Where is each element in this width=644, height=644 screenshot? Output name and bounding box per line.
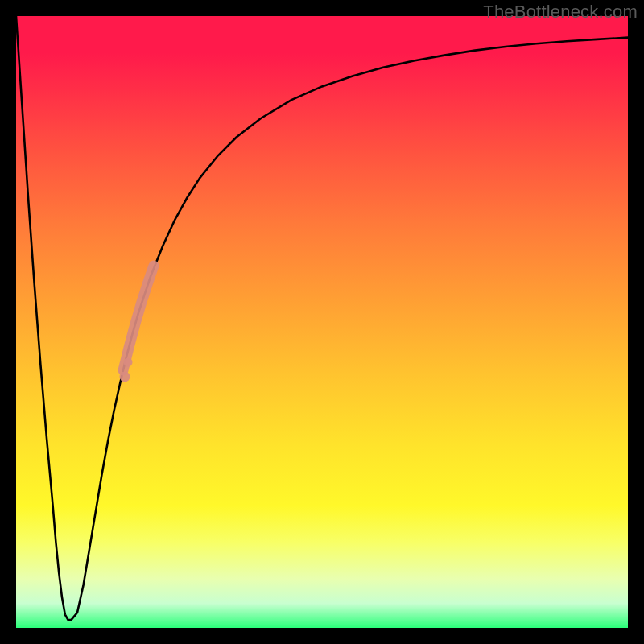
watermark-text: TheBottleneck.com [483,2,638,23]
chart-frame: TheBottleneck.com [0,0,644,644]
highlight-segment [123,266,154,370]
bottleneck-curve [16,16,628,620]
plot-area [16,16,628,628]
curve-layer [16,16,628,628]
highlight-dot-gap [124,358,133,367]
highlight-dot-lower [120,372,130,382]
